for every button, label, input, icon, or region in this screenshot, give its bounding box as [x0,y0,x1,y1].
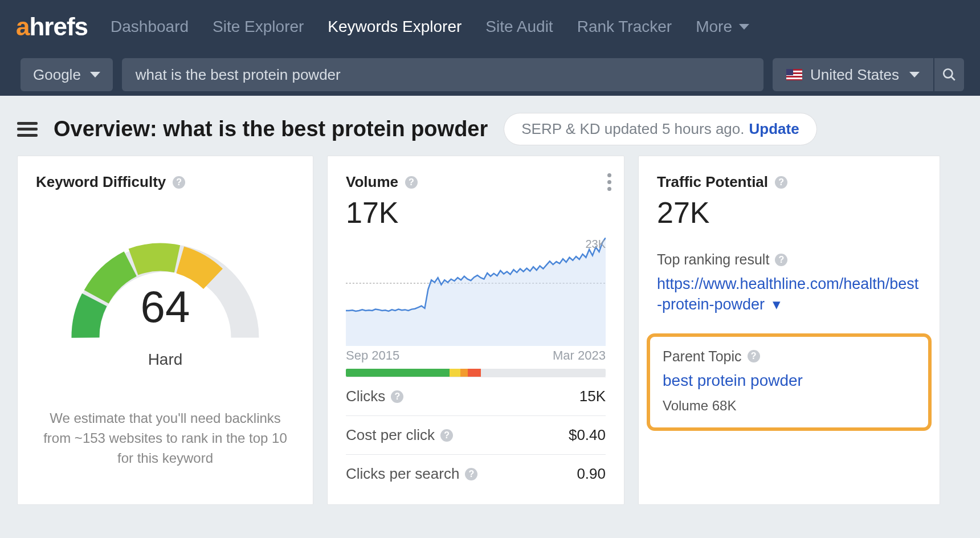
chevron-down-icon [909,72,920,78]
nav-rank-tracker[interactable]: Rank Tracker [577,18,672,36]
card-traffic-potential: Traffic Potential ? 27K Top ranking resu… [638,156,940,505]
nav-more[interactable]: More [696,18,749,36]
nav-keywords-explorer[interactable]: Keywords Explorer [328,18,462,36]
keyword-input[interactable]: what is the best protein powder [122,58,763,91]
help-icon[interactable]: ? [440,429,453,442]
metric-cps: Clicks per search? 0.90 [346,454,606,493]
country-label: United States [810,66,899,84]
help-icon[interactable]: ? [465,468,477,480]
svg-line-1 [952,77,955,80]
chart-date-end: Mar 2023 [553,348,606,363]
chevron-down-icon [90,72,100,78]
help-icon[interactable]: ? [748,350,760,362]
nav-more-label: More [696,18,732,36]
page-title: Overview: what is the best protein powde… [54,117,488,141]
card-volume: Volume ? 17K 23K Sep 2015 Mar 2023 [327,156,624,505]
parent-topic-link[interactable]: best protein powder [663,372,916,390]
kd-score: 64 [66,281,265,333]
help-icon[interactable]: ? [405,176,418,189]
search-bar: Google what is the best protein powder U… [0,54,980,96]
nav-site-audit[interactable]: Site Audit [485,18,553,36]
logo[interactable]: ahrefs [16,13,88,41]
chart-max-label: 23K [585,238,606,251]
distribution-bar [346,369,606,377]
cps-value: 0.90 [577,465,606,483]
metric-clicks: Clicks? 15K [346,377,606,415]
kd-description: We estimate that you'll need backlinks f… [36,409,295,468]
clicks-value: 15K [579,388,606,405]
keyword-input-value: what is the best protein powder [136,66,341,84]
update-text: SERP & KD updated 5 hours ago. [521,120,744,138]
search-button[interactable] [934,58,964,91]
tp-title: Traffic Potential ? [657,173,921,191]
kd-gauge: 64 [66,225,265,350]
card-keyword-difficulty: Keyword Difficulty ? 64 Hard We estimate… [17,156,313,505]
card-menu-icon[interactable] [607,173,611,191]
cpc-value: $0.40 [569,426,606,444]
volume-chart: 23K Sep 2015 Mar 2023 [346,238,606,377]
kd-label: Hard [36,350,295,369]
parent-topic-label: Parent Topic ? [663,348,916,365]
top-result-label: Top ranking result ? [657,251,921,268]
kd-title: Keyword Difficulty ? [36,173,295,191]
country-select[interactable]: United States [773,58,933,91]
search-engine-select[interactable]: Google [21,58,113,91]
chevron-down-icon [739,24,749,30]
metric-cpc: Cost per click? $0.40 [346,415,606,454]
update-link[interactable]: Update [749,120,799,138]
parent-topic-volume: Volume 68K [663,398,916,414]
nav-dashboard[interactable]: Dashboard [111,18,189,36]
menu-icon[interactable] [17,122,38,137]
update-status: SERP & KD updated 5 hours ago. Update [504,113,816,145]
metrics-cards: Keyword Difficulty ? 64 Hard We estimate… [0,156,980,505]
tp-value: 27K [657,195,921,230]
chevron-down-icon: ▾ [773,296,781,313]
search-icon [942,67,957,82]
nav-site-explorer[interactable]: Site Explorer [213,18,304,36]
svg-point-0 [944,69,952,78]
help-icon[interactable]: ? [173,176,185,189]
chart-date-start: Sep 2015 [346,348,399,363]
top-result-link[interactable]: https://www.healthline.com/health/best-p… [657,274,921,315]
flag-icon [786,69,802,80]
help-icon[interactable]: ? [775,254,787,266]
overview-header: Overview: what is the best protein powde… [0,96,980,156]
top-nav: ahrefs Dashboard Site Explorer Keywords … [0,0,980,54]
search-engine-label: Google [33,66,81,84]
trend-chart [346,238,606,346]
help-icon[interactable]: ? [391,390,403,403]
help-icon[interactable]: ? [775,176,787,189]
volume-value: 17K [346,195,606,230]
volume-title: Volume ? [346,173,606,191]
parent-topic-box: Parent Topic ? best protein powder Volum… [647,333,932,431]
